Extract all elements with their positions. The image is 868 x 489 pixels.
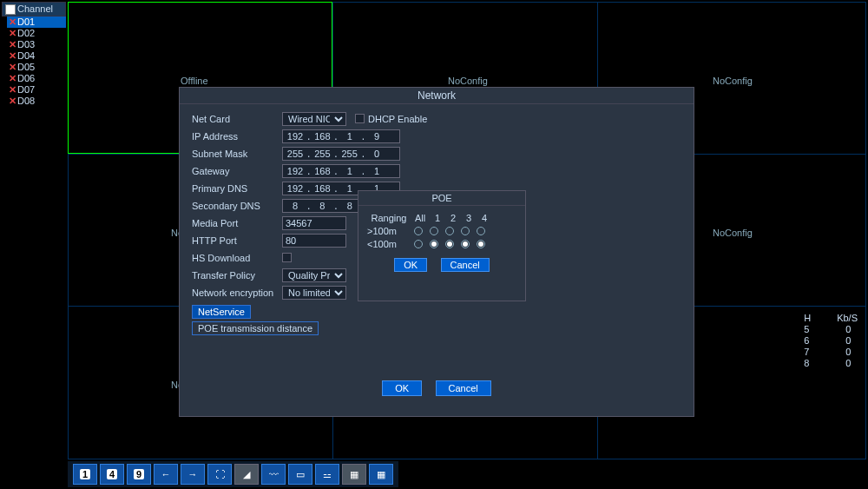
lt100-4-radio[interactable]	[477, 240, 485, 248]
arrow-left-icon: ←	[161, 469, 171, 479]
gt100-1-radio[interactable]	[430, 227, 438, 235]
encryption-select[interactable]: No limited	[282, 286, 346, 300]
secondary-dns-label: Secondary DNS	[192, 201, 282, 211]
all-label: All	[411, 213, 430, 223]
channel-item-d02[interactable]: ✕D02	[7, 28, 66, 39]
gt100-label: >100m	[367, 226, 411, 236]
channel-item-d01[interactable]: ✕D01	[7, 17, 66, 28]
prev-button[interactable]: ←	[154, 464, 178, 485]
lt100-label: <100m	[367, 239, 411, 249]
fullscreen-button[interactable]: ⛶	[207, 464, 232, 485]
config-icon: ▦	[350, 469, 358, 480]
x-icon: ✕	[9, 96, 16, 106]
subnet-label: Subnet Mask	[192, 149, 282, 159]
channel-list: ✕D01 ✕D02 ✕D03 ✕D04 ✕D05 ✕D06 ✕D07 ✕D08	[2, 17, 66, 107]
ip-input[interactable]: . . .	[282, 129, 400, 143]
gt100-3-radio[interactable]	[461, 227, 470, 235]
channel-item-d05[interactable]: ✕D05	[7, 62, 66, 73]
gt100-2-radio[interactable]	[445, 227, 454, 235]
channel-item-d06[interactable]: ✕D06	[7, 73, 66, 84]
view-9-button[interactable]: 9	[127, 464, 151, 485]
netcard-select[interactable]: Wired NIC	[282, 112, 346, 126]
next-button[interactable]: →	[181, 464, 205, 485]
dialog-title: Network	[180, 88, 694, 104]
x-icon: ✕	[9, 50, 16, 61]
poe-cancel-button[interactable]: Cancel	[441, 258, 490, 272]
chart-button[interactable]: 〰	[261, 464, 286, 485]
tool-button-1[interactable]: ◢	[234, 464, 259, 485]
channel-item-d04[interactable]: ✕D04	[7, 50, 66, 62]
transfer-policy-select[interactable]: Quality Prefe	[282, 268, 346, 282]
arrow-right-icon: →	[188, 469, 198, 479]
cell-status: Offline	[181, 76, 208, 86]
tool-button-2[interactable]: ▦	[342, 464, 366, 485]
hs-download-label: HS Download	[192, 253, 282, 263]
netservice-button[interactable]: NetService	[192, 305, 251, 319]
channel-item-d08[interactable]: ✕D08	[7, 96, 66, 107]
bottom-toolbar: 1 4 9 ← → ⛶ ◢ 〰 ▭ ⚍ ▦ ▦	[68, 461, 398, 487]
encryption-label: Network encryption	[192, 287, 282, 298]
dhcp-checkbox[interactable]	[355, 114, 365, 123]
channel-item-d03[interactable]: ✕D03	[7, 39, 66, 50]
network-cancel-button[interactable]: Cancel	[436, 380, 491, 396]
gt100-all-radio[interactable]	[414, 227, 423, 235]
x-icon: ✕	[9, 28, 16, 38]
lt100-1-radio[interactable]	[430, 240, 438, 248]
x-icon: ✕	[9, 17, 16, 27]
channel-panel-header[interactable]: Channel	[2, 2, 66, 17]
analytics-icon: ◢	[243, 469, 250, 480]
gateway-input[interactable]: . . .	[282, 164, 400, 178]
poe-dialog: POE Ranging All 1 2 3 4 >100m <100m OK	[358, 190, 526, 301]
x-icon: ✕	[9, 62, 16, 72]
poe-distance-button[interactable]: POE transmission distance	[192, 321, 319, 335]
chart-icon: 〰	[269, 469, 279, 479]
poe-title: POE	[358, 191, 525, 206]
primary-dns-label: Primary DNS	[192, 183, 282, 194]
http-port-label: HTTP Port	[192, 235, 282, 246]
x-icon: ✕	[9, 73, 16, 83]
network-ok-button[interactable]: OK	[382, 380, 422, 396]
fullscreen-icon: ⛶	[215, 469, 225, 479]
media-port-label: Media Port	[192, 218, 282, 228]
ip-label: IP Address	[192, 131, 282, 142]
display-button[interactable]: ▭	[288, 464, 312, 485]
subnet-input[interactable]: . . .	[282, 147, 400, 161]
monitor-icon: ▭	[296, 469, 305, 480]
cell-status: NoConfig	[448, 76, 488, 86]
lt100-2-radio[interactable]	[445, 240, 454, 248]
network-button[interactable]: ⚍	[315, 464, 339, 485]
hs-download-checkbox[interactable]	[282, 253, 292, 262]
gateway-label: Gateway	[192, 166, 282, 176]
x-icon: ✕	[9, 84, 16, 95]
network-icon: ⚍	[323, 469, 332, 480]
transfer-policy-label: Transfer Policy	[192, 270, 282, 281]
cell-status: NoConfig	[713, 228, 753, 238]
grid-icon: ▦	[377, 469, 385, 480]
lt100-all-radio[interactable]	[414, 240, 423, 248]
gt100-4-radio[interactable]	[477, 227, 485, 235]
dhcp-label: DHCP Enable	[368, 114, 427, 124]
stats-table: HKb/S 50 60 70 80	[804, 313, 858, 369]
view-4-button[interactable]: 4	[100, 464, 124, 485]
ranging-label: Ranging	[367, 213, 411, 223]
view-1-button[interactable]: 1	[73, 464, 97, 485]
http-port-input[interactable]	[282, 234, 346, 248]
poe-ok-button[interactable]: OK	[394, 258, 427, 272]
netcard-label: Net Card	[192, 114, 282, 124]
cell-status: NoConfig	[713, 76, 753, 86]
channel-item-d07[interactable]: ✕D07	[7, 84, 66, 96]
media-port-input[interactable]	[282, 216, 346, 230]
grid-button[interactable]: ▦	[369, 464, 393, 485]
lt100-3-radio[interactable]	[461, 240, 470, 248]
x-icon: ✕	[9, 39, 16, 50]
